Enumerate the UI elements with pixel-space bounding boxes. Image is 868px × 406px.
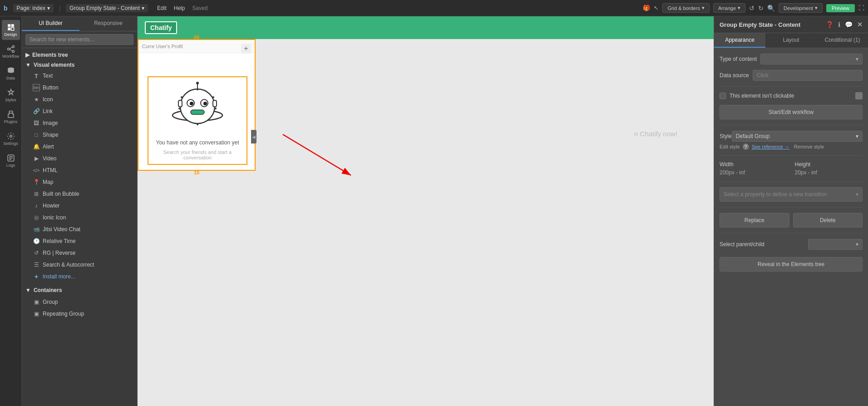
height-item: Height 20px - inf — [795, 161, 863, 176]
button-icon: btn — [33, 84, 40, 91]
element-icon[interactable]: ★ Icon — [22, 94, 137, 105]
redo-icon[interactable]: ↻ — [758, 5, 764, 12]
fullscreen-icon[interactable]: ⛶ — [858, 5, 864, 11]
canvas-empty-state-box[interactable]: You have not any conversation yet Search… — [148, 76, 247, 165]
close-icon[interactable]: ✕ — [857, 21, 863, 28]
left-icon-workflow[interactable]: Workflow — [2, 42, 20, 62]
canvas-empty-title: You have not any conversation yet — [152, 139, 242, 146]
left-icon-logs[interactable]: Logs — [2, 151, 20, 171]
visual-elements-header[interactable]: ▼ Visual elements — [22, 60, 137, 70]
sidebar-tabs: UI Builder Responsive — [22, 16, 137, 31]
workflow-btn[interactable]: Start/Edit workflow — [720, 105, 863, 119]
element-search-input[interactable] — [25, 34, 133, 45]
edit-style-label: Edit style — [720, 144, 740, 149]
preview-btn[interactable]: Preview — [826, 4, 855, 12]
left-icon-styles[interactable]: Styles — [2, 85, 20, 105]
left-icon-data[interactable]: Data — [2, 64, 20, 84]
page-chevron: ▾ — [47, 5, 50, 11]
element-map[interactable]: 📍 Map — [22, 176, 137, 188]
search-icon[interactable]: 🔍 — [767, 5, 775, 12]
grid-borders-btn[interactable]: Grid & borders ▾ — [662, 3, 710, 13]
canvas-content: n Chatify now! Curre User's Profil + 60 — [138, 39, 714, 406]
element-button[interactable]: btn Button — [22, 82, 137, 94]
rg-reverse-icon: ↺ — [33, 249, 40, 257]
element-video[interactable]: ▶ Video — [22, 153, 137, 164]
containers-header[interactable]: ▼ Containers — [22, 284, 137, 296]
transition-select[interactable]: Select a property to define a new transi… — [720, 187, 863, 202]
canvas-num-60: 60 — [194, 35, 199, 40]
canvas-area: Chatify n Chatify now! Curre User's Prof… — [138, 16, 714, 406]
development-btn[interactable]: Development ▾ — [779, 3, 823, 13]
undo-icon[interactable]: ↺ — [749, 5, 755, 12]
element-alert[interactable]: 🔔 Alert — [22, 141, 137, 153]
svg-point-27 — [181, 96, 182, 98]
help-menu[interactable]: Help — [174, 5, 185, 11]
type-of-content-label: Type of content — [720, 56, 757, 62]
not-clickable-label: This element isn't clickable — [730, 93, 794, 99]
rp-tab-conditional[interactable]: Conditional (1) — [817, 33, 868, 48]
type-of-content-select[interactable]: ▾ — [760, 54, 863, 64]
canvas-profile-box[interactable]: Curre User's Profil + 60 — [138, 39, 256, 171]
element-built-on-bubble[interactable]: ⊞ Built on Bubble — [22, 188, 137, 200]
tab-ui-builder[interactable]: UI Builder — [22, 16, 79, 31]
see-reference-link[interactable]: See reference → — [752, 144, 789, 149]
comment-icon[interactable]: 💬 — [845, 21, 853, 28]
left-icon-plugins[interactable]: Plugins — [2, 107, 20, 127]
delete-btn[interactable]: Delete — [793, 213, 863, 228]
parent-child-select[interactable]: ▾ — [808, 239, 863, 250]
replace-btn[interactable]: Replace — [720, 213, 789, 228]
element-group[interactable]: ▣ Group — [22, 296, 137, 308]
search-ac-icon: ☰ — [33, 261, 40, 268]
remove-style-btn[interactable]: Remove style — [794, 144, 824, 149]
style-chevron-icon: ▾ — [856, 133, 858, 139]
data-source-row: Data source Click — [720, 70, 863, 81]
not-clickable-checkbox[interactable] — [720, 93, 726, 99]
left-icon-design[interactable]: Design — [2, 20, 20, 40]
help-circle-icon[interactable]: ❓ — [826, 21, 833, 28]
reveal-btn[interactable]: Reveal in the Elements tree — [720, 257, 863, 272]
element-link[interactable]: 🔗 Link — [22, 105, 137, 117]
element-jitsi-video-chat[interactable]: 📹 Jitsi Video Chat — [22, 223, 137, 235]
rp-tab-appearance[interactable]: Appearance — [714, 33, 765, 48]
element-relative-time[interactable]: 🕐 Relative Time — [22, 235, 137, 247]
bg-chat-text: n Chatify now! — [634, 130, 677, 138]
element-shape[interactable]: □ Shape — [22, 129, 137, 141]
style-section: Style Default Group ▾ Edit style ? See r… — [720, 131, 863, 150]
svg-rect-2 — [8, 28, 10, 30]
group-icon: ▣ — [33, 298, 40, 306]
arrange-btn[interactable]: Arrange ▾ — [713, 3, 745, 13]
group-selector[interactable]: Group Empty State - Content ▾ — [66, 4, 148, 12]
html-icon: </> — [33, 167, 40, 174]
svg-point-20 — [190, 102, 193, 105]
alert-icon: 🔔 — [33, 143, 40, 150]
tab-responsive[interactable]: Responsive — [79, 16, 137, 31]
data-source-input[interactable]: Click — [753, 70, 863, 81]
element-rg-reverse[interactable]: ↺ RG | Reverse — [22, 247, 137, 259]
left-icon-settings[interactable]: Settings — [2, 129, 20, 149]
element-repeating-group[interactable]: ▣ Repeating Group — [22, 308, 137, 320]
page-selector[interactable]: Page: index ▾ — [13, 4, 54, 12]
built-on-bubble-icon: ⊞ — [33, 190, 40, 198]
collapse-panel-btn[interactable]: ◀ — [251, 130, 256, 144]
transition-placeholder: Select a property to define a new transi… — [724, 191, 827, 198]
element-text[interactable]: T Text — [22, 70, 137, 82]
edit-menu[interactable]: Edit — [157, 5, 167, 11]
style-help-icon[interactable]: ? — [743, 144, 749, 150]
element-howler[interactable]: ♪ Howler — [22, 200, 137, 212]
info-icon[interactable]: ℹ — [838, 21, 840, 28]
element-html[interactable]: </> HTML — [22, 164, 137, 176]
svg-point-4 — [7, 48, 10, 50]
element-search-autocorrect[interactable]: ☰ Search & Autocorrect — [22, 259, 137, 271]
style-select[interactable]: Default Group ▾ — [732, 131, 863, 142]
canvas-add-btn[interactable]: + — [241, 44, 251, 54]
element-install-more[interactable]: + Install more... — [22, 271, 137, 282]
element-image[interactable]: 🖼 Image — [22, 117, 137, 129]
elements-tree-header[interactable]: ▶ Elements tree — [22, 50, 137, 60]
action-buttons: Replace Delete — [720, 213, 863, 228]
right-panel-tabs: Appearance Layout Conditional (1) — [714, 33, 868, 48]
chevron-down-icon: ▾ — [856, 56, 858, 62]
robot-illustration — [166, 81, 229, 136]
rp-tab-layout[interactable]: Layout — [765, 33, 817, 48]
right-panel-title: Group Empty State - Content — [720, 21, 800, 28]
element-ionic-icon[interactable]: ◎ Ionic Icon — [22, 212, 137, 223]
